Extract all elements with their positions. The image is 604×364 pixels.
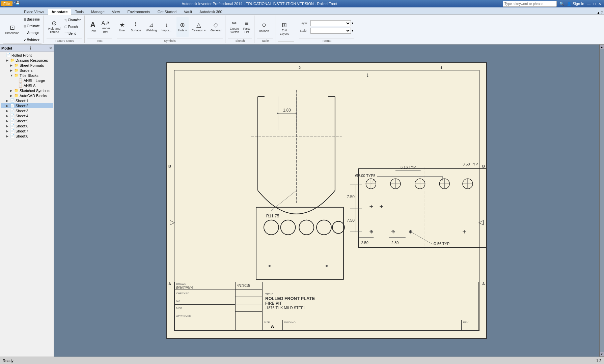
tree-item-sheet3[interactable]: ▶ 📄 Sheet:3	[1, 108, 53, 113]
tree-item-sheet-formats[interactable]: ▶ 📁 Sheet Formats	[1, 63, 53, 68]
tree-expand-sketched-symbols[interactable]: ▶	[10, 89, 13, 92]
import-symbol-button[interactable]: ↓ Impor...	[160, 17, 173, 37]
scroll-down-btn[interactable]: ▼	[600, 352, 604, 357]
tree-expand-sheet6[interactable]: ▶	[6, 124, 9, 128]
general-symbol-button[interactable]: ◇ General	[209, 17, 223, 37]
welding-symbol-button[interactable]: ⊿ Welding	[144, 17, 158, 37]
tree-expand-drawing-resources[interactable]: ▶	[6, 59, 9, 62]
approved-label: APPROVED	[176, 314, 191, 317]
hole-thread-button[interactable]: ⊙ Hole andThread	[47, 17, 62, 37]
text-button[interactable]: A Text	[87, 17, 98, 37]
tree-item-drawing-resources[interactable]: ▶ 📁 Drawing Resources	[1, 58, 53, 63]
tree-item-autocad-blocks[interactable]: ▶ 📁 AutoCAD Blocks	[1, 93, 53, 98]
size-cell: SIZE A	[263, 320, 283, 330]
tree-icon-rolled-front: 📄	[6, 53, 11, 57]
tab-environments[interactable]: Environments	[124, 9, 154, 14]
arrange-icon: ☰	[24, 31, 27, 35]
retrieve-button[interactable]: ↙Retrieve	[22, 36, 42, 43]
tree-item-sheet7[interactable]: ▶ 📄 Sheet:7	[1, 128, 53, 133]
arrange-button[interactable]: ☰Arrange	[22, 30, 42, 36]
hole-symbol-label: Hole ▾	[178, 29, 187, 32]
hole-symbol-button[interactable]: ⊕ Hole ▾	[176, 17, 189, 37]
drawn-date-row: 4/7/2015	[236, 282, 262, 290]
parts-list-button[interactable]: ≡ PartsList	[241, 17, 252, 37]
tree-item-sheet5[interactable]: ▶ 📄 Sheet:5	[1, 118, 53, 123]
tab-place-views[interactable]: Place Views	[20, 9, 48, 14]
bend-button[interactable]: ⌒Bend	[63, 30, 82, 37]
tree-expand-sheet1[interactable]: ▶	[6, 99, 9, 102]
revision-symbol-button[interactable]: △ Revision ▾	[190, 17, 208, 37]
tree-expand-sheet8[interactable]: ▶	[6, 134, 9, 138]
ordinate-button[interactable]: ⊟Ordinate	[22, 23, 42, 29]
drawing-area[interactable]: 2 1 B A B A ▷ ◁ ↓	[54, 44, 599, 357]
dim-7-50b: 7.50	[347, 218, 355, 223]
tree-icon-sheet7: 📄	[10, 129, 15, 133]
svg-line-67	[411, 232, 433, 244]
maximize-btn[interactable]: □	[593, 2, 596, 6]
tree-item-sheet1[interactable]: ▶ 📄 Sheet:1	[1, 98, 53, 103]
punch-button[interactable]: ⬡Punch	[63, 24, 82, 30]
tab-manage[interactable]: Manage	[87, 9, 108, 14]
tab-adsk360[interactable]: Autodesk 360	[196, 9, 226, 14]
tree-item-title-blocks[interactable]: ▼ 📁 Title Blocks	[1, 73, 53, 78]
style-dropdown[interactable]	[310, 28, 351, 34]
tree-expand-borders[interactable]: ▶	[10, 69, 13, 72]
surface-symbol-icon: ⌇	[134, 22, 137, 28]
baseline-button[interactable]: ⊞Baseline	[22, 16, 42, 23]
layer-label: Layer	[300, 22, 310, 25]
tree-item-sheet6[interactable]: ▶ 📄 Sheet:6	[1, 123, 53, 128]
dimension-small-buttons: ⊞Baseline ⊟Ordinate ☰Arrange ↙Retrieve	[22, 16, 42, 43]
tree-item-sheet4[interactable]: ▶ 📄 Sheet:4	[1, 113, 53, 118]
balloon-button[interactable]: ○ Balloon	[257, 17, 271, 37]
svg-point-15	[332, 221, 345, 234]
ribbon-expand-btn[interactable]: ▲	[597, 11, 600, 14]
tree-item-sketched-symbols[interactable]: ▶ 📁 Sketched Symbols	[1, 88, 53, 93]
tree-item-ansi-large[interactable]: 📋 ANSI - Large	[1, 78, 53, 83]
chamfer-icon: ◹	[64, 18, 67, 22]
tree-expand-sheet7[interactable]: ▶	[6, 129, 9, 133]
checked-row: CHECKED	[175, 290, 235, 297]
tab-file[interactable]: File	[1, 0, 12, 7]
tree-expand-sheet3[interactable]: ▶	[6, 109, 9, 113]
tab-tools[interactable]: Tools	[71, 9, 87, 14]
drawing-sheet: 2 1 B A B A ▷ ◁ ↓	[166, 62, 487, 339]
panel-close-btn[interactable]: ✕	[49, 46, 52, 51]
tab-annotate[interactable]: Annotate	[48, 9, 72, 15]
tree-icon-sheet8: 📄	[10, 134, 15, 138]
dimension-button[interactable]: ⊡ Dimension	[3, 20, 21, 40]
help-btn[interactable]: ?	[601, 11, 603, 14]
tree-item-ansi-a[interactable]: 📋 ANSI A	[1, 83, 53, 88]
tab-view[interactable]: View	[108, 9, 124, 14]
tab-vault[interactable]: Vault	[180, 9, 196, 14]
hole-thread-icon: ⊙	[52, 20, 57, 26]
tree-expand-sheet5[interactable]: ▶	[6, 119, 9, 123]
right-scrollbar[interactable]: ▲ ▼	[599, 44, 604, 357]
tree-item-rolled-front[interactable]: 📄 Rolled Front	[1, 53, 53, 58]
scroll-up-btn[interactable]: ▲	[600, 44, 604, 49]
layer-dropdown-arrow[interactable]: ▾	[352, 21, 353, 25]
panel-info-btn[interactable]: ℹ	[30, 46, 31, 51]
tree-item-borders[interactable]: ▶ 📁 Borders	[1, 68, 53, 73]
tree-item-sheet2[interactable]: ▶ 📄 Sheet:2	[1, 103, 53, 108]
user-symbol-button[interactable]: ★ User	[117, 17, 128, 37]
tree-expand-sheet4[interactable]: ▶	[6, 114, 9, 118]
layer-dropdown[interactable]	[310, 20, 351, 26]
create-sketch-button[interactable]: ✏ CreateSketch	[228, 17, 241, 37]
tree-expand-autocad-blocks[interactable]: ▶	[10, 94, 13, 97]
search-input[interactable]	[503, 1, 557, 7]
svg-point-14	[317, 220, 331, 235]
edit-layers-button[interactable]: ⊞ EditLayers	[278, 19, 291, 39]
leader-text-button[interactable]: A↗ LeaderText	[99, 17, 112, 37]
tree-expand-title-blocks[interactable]: ▼	[10, 74, 13, 77]
surface-symbol-button[interactable]: ⌇ Surface	[129, 17, 143, 37]
title-line3: .1875 THK MILD STEEL	[265, 306, 476, 310]
tree-expand-sheet2[interactable]: ▶	[6, 104, 9, 108]
tree-item-sheet8[interactable]: ▶ 📄 Sheet:8	[1, 133, 53, 139]
tree-expand-sheet-formats[interactable]: ▶	[10, 64, 13, 67]
style-dropdown-arrow[interactable]: ▾	[352, 29, 353, 32]
tab-get-started[interactable]: Get Started	[154, 9, 180, 14]
close-btn[interactable]: ✕	[598, 2, 601, 6]
file-menu-btn[interactable]: File	[1, 1, 12, 6]
chamfer-button[interactable]: ◹Chamfer	[63, 17, 82, 23]
minimize-btn[interactable]: —	[587, 2, 591, 6]
